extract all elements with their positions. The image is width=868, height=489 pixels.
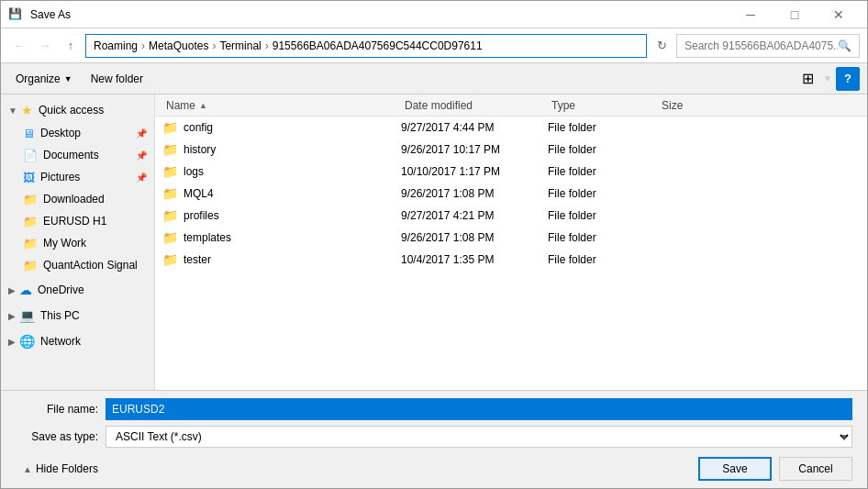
chevron-icon: ▶	[8, 285, 16, 295]
hide-folders-button[interactable]: ▲ Hide Folders	[16, 459, 106, 475]
file-list: Name ▲ Date modified Type Size 📁 config	[155, 94, 867, 390]
table-row[interactable]: 📁 config 9/27/2017 4:44 PM File folder	[155, 117, 867, 139]
path-segment-id: 915566BA06ADA407569C544CC0D97611	[273, 39, 483, 52]
onedrive-section: ▶ ☁ OneDrive	[1, 278, 154, 302]
sidebar-item-label: My Work	[43, 237, 86, 250]
view-button[interactable]: ⊞	[796, 67, 819, 91]
folder-icon: 📁	[162, 252, 178, 267]
thispc-section: ▶ 💻 This PC	[1, 304, 154, 328]
folder-icon: 📁	[162, 230, 178, 245]
column-header-size[interactable]: Size	[658, 94, 731, 116]
thispc-label: This PC	[40, 309, 80, 322]
refresh-button[interactable]: ↻	[651, 35, 673, 57]
table-row[interactable]: 📁 templates 9/26/2017 1:08 PM File folde…	[155, 227, 867, 249]
onedrive-icon: ☁	[19, 283, 32, 297]
up-button[interactable]: ↑	[60, 35, 82, 57]
search-input[interactable]	[684, 39, 838, 52]
chevron-up-icon: ▲	[23, 464, 32, 474]
address-path[interactable]: Roaming › MetaQuotes › Terminal › 915566…	[85, 34, 647, 58]
file-name: profiles	[184, 209, 219, 222]
cancel-button[interactable]: Cancel	[779, 457, 852, 481]
filename-label: File name:	[16, 403, 98, 416]
quantaction-folder-icon: 📁	[23, 259, 38, 272]
file-date: 9/27/2017 4:44 PM	[401, 121, 548, 134]
file-date: 9/26/2017 1:08 PM	[401, 187, 548, 200]
file-date: 9/26/2017 10:17 PM	[401, 143, 548, 156]
file-name: tester	[184, 253, 211, 266]
sidebar-item-label: Downloaded	[43, 193, 105, 206]
sidebar-item-desktop[interactable]: 🖥 Desktop 📌	[1, 122, 154, 144]
folder-icon: 📁	[162, 208, 178, 223]
back-button[interactable]: ←	[8, 35, 30, 57]
folder-icon: 📁	[162, 142, 178, 157]
desktop-icon: 🖥	[23, 127, 35, 140]
file-list-header: Name ▲ Date modified Type Size	[155, 94, 867, 117]
file-name: MQL4	[184, 187, 214, 200]
column-header-date[interactable]: Date modified	[401, 94, 548, 116]
file-date: 9/26/2017 1:08 PM	[401, 231, 548, 244]
file-date: 9/27/2017 4:21 PM	[401, 209, 548, 222]
action-buttons: Save Cancel	[698, 457, 852, 481]
help-button[interactable]: ?	[836, 67, 860, 91]
sidebar-item-label: Desktop	[40, 127, 81, 139]
table-row[interactable]: 📁 tester 10/4/2017 1:35 PM File folder	[155, 249, 867, 271]
maximize-button[interactable]: □	[773, 1, 816, 28]
file-type: File folder	[548, 253, 658, 266]
search-box[interactable]: 🔍	[676, 34, 860, 58]
folder-icon: 📁	[162, 120, 178, 135]
address-bar: ← → ↑ Roaming › MetaQuotes › Terminal › …	[1, 28, 867, 63]
chevron-down-icon: ▼	[64, 74, 72, 83]
column-header-type[interactable]: Type	[548, 94, 658, 116]
column-header-name[interactable]: Name ▲	[162, 94, 401, 116]
toolbar: Organize ▼ New folder ⊞ ▼ ?	[1, 63, 867, 94]
mywork-folder-icon: 📁	[23, 237, 38, 250]
sort-arrow-icon: ▲	[199, 101, 207, 110]
chevron-icon: ▼	[8, 106, 17, 116]
chevron-icon: ▶	[8, 337, 16, 347]
path-segment-terminal: Terminal	[219, 39, 261, 52]
save-icon: 💾	[8, 7, 23, 22]
onedrive-header[interactable]: ▶ ☁ OneDrive	[1, 278, 154, 302]
forward-button[interactable]: →	[34, 35, 56, 57]
filename-row: File name:	[16, 398, 852, 420]
file-name: templates	[184, 231, 231, 244]
file-name: config	[184, 121, 213, 134]
table-row[interactable]: 📁 profiles 9/27/2017 4:21 PM File folder	[155, 205, 867, 227]
quick-access-header[interactable]: ▼ ★ Quick access	[1, 98, 154, 122]
pin-icon: 📌	[136, 172, 147, 183]
thispc-icon: 💻	[19, 308, 35, 323]
network-header[interactable]: ▶ 🌐 Network	[1, 329, 154, 353]
quick-access-section: ▼ ★ Quick access 🖥 Desktop 📌 📄 Documents…	[1, 98, 154, 276]
organize-button[interactable]: Organize ▼	[8, 67, 80, 91]
main-content: ▼ ★ Quick access 🖥 Desktop 📌 📄 Documents…	[1, 94, 867, 390]
search-icon: 🔍	[838, 39, 851, 52]
table-row[interactable]: 📁 history 9/26/2017 10:17 PM File folder	[155, 139, 867, 161]
folder-icon: 📁	[162, 186, 178, 201]
sidebar-item-documents[interactable]: 📄 Documents 📌	[1, 144, 154, 166]
table-row[interactable]: 📁 logs 10/10/2017 1:17 PM File folder	[155, 161, 867, 183]
save-button[interactable]: Save	[698, 457, 772, 481]
thispc-header[interactable]: ▶ 💻 This PC	[1, 304, 154, 328]
minimize-button[interactable]: ─	[729, 1, 772, 28]
pin-icon: 📌	[136, 150, 147, 161]
network-section: ▶ 🌐 Network	[1, 329, 154, 353]
sidebar-item-eurusd[interactable]: 📁 EURUSD H1	[1, 210, 154, 232]
sidebar-item-mywork[interactable]: 📁 My Work	[1, 232, 154, 254]
path-segment-metaquotes: MetaQuotes	[149, 39, 208, 52]
sidebar-item-pictures[interactable]: 🖼 Pictures 📌	[1, 166, 154, 188]
quick-access-label: Quick access	[39, 104, 104, 117]
new-folder-button[interactable]: New folder	[83, 67, 150, 91]
sidebar-item-quantaction[interactable]: 📁 QuantAction Signal	[1, 254, 154, 276]
folder-icon: 📁	[162, 164, 178, 179]
pin-icon: 📌	[136, 128, 147, 139]
file-type: File folder	[548, 209, 658, 222]
sidebar-item-downloaded[interactable]: 📁 Downloaded	[1, 188, 154, 210]
savetype-row: Save as type: ASCII Text (*.csv) ▼	[16, 426, 852, 448]
savetype-select[interactable]: ASCII Text (*.csv)	[106, 426, 852, 448]
hide-folders-label: Hide Folders	[36, 462, 98, 475]
close-button[interactable]: ✕	[818, 1, 860, 28]
quick-access-icon: ★	[21, 103, 33, 117]
filename-input[interactable]	[106, 398, 852, 420]
table-row[interactable]: 📁 MQL4 9/26/2017 1:08 PM File folder	[155, 183, 867, 205]
network-icon: 🌐	[19, 334, 35, 349]
